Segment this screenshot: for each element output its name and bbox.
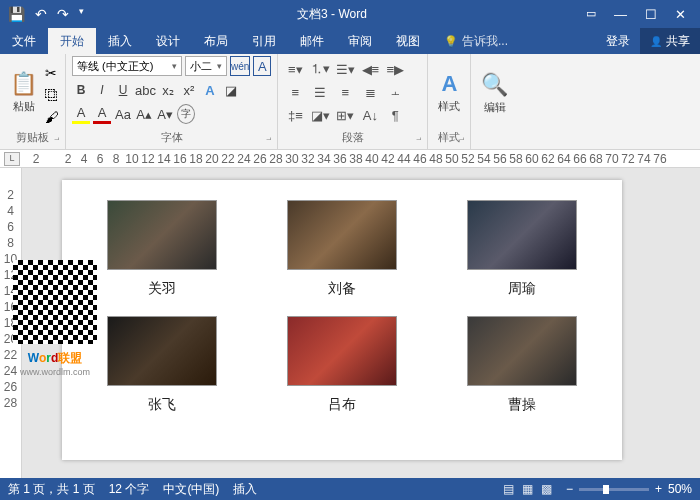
image-placeholder[interactable] bbox=[287, 316, 397, 386]
ribbon-options-icon[interactable]: ▭ bbox=[586, 7, 596, 22]
group-clipboard: 📋 粘贴 ✂ ⿻ 🖌 剪贴板 bbox=[0, 54, 66, 149]
superscript-button[interactable]: x² bbox=[180, 80, 198, 100]
clear-format-icon[interactable]: ◪ bbox=[222, 80, 240, 100]
numbering-icon[interactable]: ⒈▾ bbox=[309, 59, 331, 79]
shading-icon[interactable]: ◪▾ bbox=[309, 105, 331, 125]
paste-icon: 📋 bbox=[10, 71, 37, 97]
highlight-button[interactable]: A bbox=[72, 104, 90, 124]
share-button[interactable]: 共享 bbox=[640, 28, 700, 54]
image-placeholder[interactable] bbox=[467, 200, 577, 270]
maximize-icon[interactable]: ☐ bbox=[645, 7, 657, 22]
align-right-icon[interactable]: ≡ bbox=[334, 82, 356, 102]
zoom-in-icon[interactable]: + bbox=[655, 482, 662, 496]
tab-references[interactable]: 引用 bbox=[240, 28, 288, 54]
strikethrough-button[interactable]: abc bbox=[135, 80, 156, 100]
sort-icon[interactable]: A↓ bbox=[359, 105, 381, 125]
ribbon-tabs: 文件 开始 插入 设计 布局 引用 邮件 审阅 视图 告诉我... 登录 共享 bbox=[0, 28, 700, 54]
multilevel-icon[interactable]: ☰▾ bbox=[334, 59, 356, 79]
underline-button[interactable]: U bbox=[114, 80, 132, 100]
group-font: 等线 (中文正文) 小二 wén A B I U abc x₂ x² A ◪ A bbox=[66, 54, 278, 149]
page-count[interactable]: 第 1 页，共 1 页 bbox=[8, 481, 95, 498]
caption[interactable]: 曹操 bbox=[508, 396, 536, 414]
edit-button[interactable]: 🔍 编辑 bbox=[477, 68, 512, 119]
italic-button[interactable]: I bbox=[93, 80, 111, 100]
styles-button[interactable]: A 样式 bbox=[434, 67, 464, 118]
align-left-icon[interactable]: ≡ bbox=[284, 82, 306, 102]
bullets-icon[interactable]: ≡▾ bbox=[284, 59, 306, 79]
undo-icon[interactable]: ↶ bbox=[35, 6, 47, 22]
tab-file[interactable]: 文件 bbox=[0, 28, 48, 54]
caption[interactable]: 关羽 bbox=[148, 280, 176, 298]
horizontal-ruler[interactable]: L 22468101214161820222426283032343638404… bbox=[0, 150, 700, 168]
tab-selector[interactable]: L bbox=[4, 152, 20, 166]
increase-indent-icon[interactable]: ≡▶ bbox=[384, 59, 406, 79]
paste-button[interactable]: 📋 粘贴 bbox=[6, 67, 41, 118]
tab-insert[interactable]: 插入 bbox=[96, 28, 144, 54]
tab-review[interactable]: 审阅 bbox=[336, 28, 384, 54]
qat-more-icon[interactable]: ▾ bbox=[79, 6, 84, 22]
image-placeholder[interactable] bbox=[467, 316, 577, 386]
borders-icon[interactable]: ⊞▾ bbox=[334, 105, 356, 125]
distribute-icon[interactable]: ⫠ bbox=[384, 82, 406, 102]
text-effects-icon[interactable]: A bbox=[201, 80, 219, 100]
subscript-button[interactable]: x₂ bbox=[159, 80, 177, 100]
image-placeholder[interactable] bbox=[287, 200, 397, 270]
copy-icon[interactable]: ⿻ bbox=[45, 87, 59, 103]
image-placeholder[interactable] bbox=[107, 316, 217, 386]
page-scroll[interactable]: 关羽 刘备 周瑜 张飞 吕布 曹操 bbox=[22, 168, 700, 488]
vertical-ruler[interactable]: 246810121416182022242628 bbox=[0, 168, 22, 488]
format-painter-icon[interactable]: 🖌 bbox=[45, 109, 59, 125]
tab-design[interactable]: 设计 bbox=[144, 28, 192, 54]
quick-access-toolbar: 💾 ↶ ↷ ▾ bbox=[0, 6, 92, 22]
tab-mailings[interactable]: 邮件 bbox=[288, 28, 336, 54]
bold-button[interactable]: B bbox=[72, 80, 90, 100]
group-paragraph: ≡▾ ⒈▾ ☰▾ ◀≡ ≡▶ ≡ ☰ ≡ ≣ ⫠ ‡≡ ◪▾ ⊞▾ A↓ ¶ 段… bbox=[278, 54, 428, 149]
align-center-icon[interactable]: ☰ bbox=[309, 82, 331, 102]
group-label-styles: 样式 bbox=[434, 128, 464, 147]
close-icon[interactable]: ✕ bbox=[675, 7, 686, 22]
justify-icon[interactable]: ≣ bbox=[359, 82, 381, 102]
char-shading-icon[interactable]: Aa bbox=[114, 104, 132, 124]
print-layout-icon[interactable]: ▦ bbox=[522, 482, 533, 496]
language[interactable]: 中文(中国) bbox=[163, 481, 219, 498]
caption[interactable]: 吕布 bbox=[328, 396, 356, 414]
web-layout-icon[interactable]: ▩ bbox=[541, 482, 552, 496]
show-marks-icon[interactable]: ¶ bbox=[384, 105, 406, 125]
figure-cell: 吕布 bbox=[272, 316, 412, 414]
font-size-select[interactable]: 小二 bbox=[185, 56, 227, 76]
word-count[interactable]: 12 个字 bbox=[109, 481, 150, 498]
line-spacing-icon[interactable]: ‡≡ bbox=[284, 105, 306, 125]
phonetic-guide-icon[interactable]: wén bbox=[230, 56, 250, 76]
login-button[interactable]: 登录 bbox=[596, 28, 640, 54]
find-icon: 🔍 bbox=[481, 72, 508, 98]
tab-view[interactable]: 视图 bbox=[384, 28, 432, 54]
insert-mode[interactable]: 插入 bbox=[233, 481, 257, 498]
grow-font-icon[interactable]: A▴ bbox=[135, 104, 153, 124]
document-page: 关羽 刘备 周瑜 张飞 吕布 曹操 bbox=[62, 180, 622, 460]
zoom-control: − + 50% bbox=[566, 482, 692, 496]
cut-icon[interactable]: ✂ bbox=[45, 65, 59, 81]
font-family-select[interactable]: 等线 (中文正文) bbox=[72, 56, 182, 76]
font-color-button[interactable]: A bbox=[93, 104, 111, 124]
redo-icon[interactable]: ↷ bbox=[57, 6, 69, 22]
figure-cell: 刘备 bbox=[272, 200, 412, 298]
shrink-font-icon[interactable]: A▾ bbox=[156, 104, 174, 124]
zoom-out-icon[interactable]: − bbox=[566, 482, 573, 496]
zoom-level[interactable]: 50% bbox=[668, 482, 692, 496]
caption[interactable]: 刘备 bbox=[328, 280, 356, 298]
read-mode-icon[interactable]: ▤ bbox=[503, 482, 514, 496]
window-title: 文档3 - Word bbox=[92, 6, 572, 23]
minimize-icon[interactable]: — bbox=[614, 7, 627, 22]
caption[interactable]: 周瑜 bbox=[508, 280, 536, 298]
tab-home[interactable]: 开始 bbox=[48, 28, 96, 54]
char-border-icon[interactable]: A bbox=[253, 56, 271, 76]
enclose-char-icon[interactable]: 字 bbox=[177, 104, 195, 124]
zoom-slider[interactable] bbox=[579, 488, 649, 491]
save-icon[interactable]: 💾 bbox=[8, 6, 25, 22]
image-placeholder[interactable] bbox=[107, 200, 217, 270]
tell-me[interactable]: 告诉我... bbox=[432, 28, 520, 54]
decrease-indent-icon[interactable]: ◀≡ bbox=[359, 59, 381, 79]
tab-layout[interactable]: 布局 bbox=[192, 28, 240, 54]
caption[interactable]: 张飞 bbox=[148, 396, 176, 414]
styles-icon: A bbox=[441, 71, 457, 97]
